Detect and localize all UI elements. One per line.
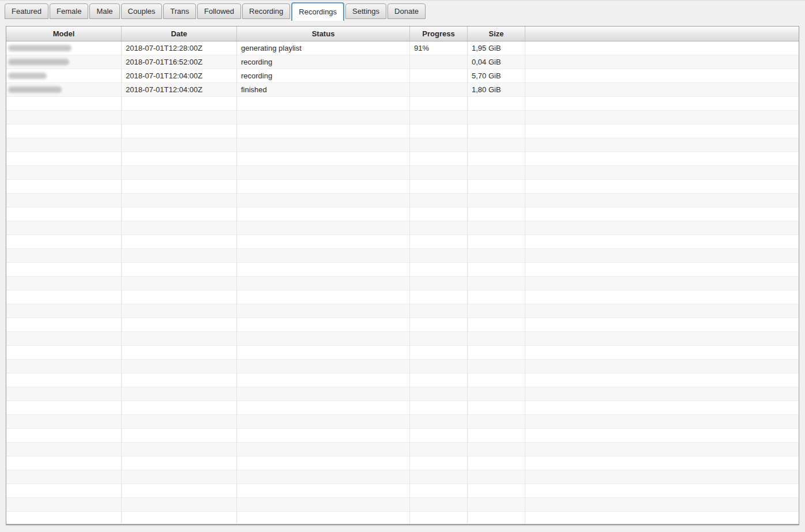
size-cell: 0,04 GiB: [468, 55, 525, 69]
column-header-progress[interactable]: Progress: [410, 27, 468, 41]
recordings-table: Model Date Status Progress Size 2018-07-…: [6, 26, 799, 525]
column-header-status[interactable]: Status: [237, 27, 410, 41]
empty-table-row: [6, 429, 799, 443]
tab-recording[interactable]: Recording: [242, 3, 290, 19]
column-header-model[interactable]: Model: [6, 27, 122, 41]
empty-table-row: [6, 401, 799, 415]
date-cell: 2018-07-01T12:04:00Z: [122, 83, 237, 96]
empty-table-row: [6, 235, 799, 249]
status-cell: generating playlist: [237, 41, 410, 55]
model-cell: [6, 83, 122, 96]
table-row[interactable]: 2018-07-01T12:04:00Z finished 1,80 GiB: [6, 83, 799, 97]
empty-table-row: [6, 443, 799, 456]
empty-table-row: [6, 277, 799, 290]
table-row[interactable]: 2018-07-01T12:04:00Z recording 5,70 GiB: [6, 69, 799, 83]
empty-table-row: [6, 456, 799, 470]
empty-table-row: [6, 124, 799, 138]
tab-female[interactable]: Female: [50, 3, 88, 19]
table-body: 2018-07-01T12:28:00Z generating playlist…: [6, 41, 799, 525]
empty-table-row: [6, 304, 799, 318]
empty-table-row: [6, 498, 799, 512]
tab-donate[interactable]: Donate: [388, 3, 426, 19]
tab-featured[interactable]: Featured: [5, 3, 48, 19]
model-cell: [6, 69, 122, 82]
model-cell: [6, 41, 122, 55]
column-header-date[interactable]: Date: [122, 27, 237, 41]
empty-table-row: [6, 470, 799, 484]
date-cell: 2018-07-01T16:52:00Z: [122, 55, 237, 69]
empty-table-row: [6, 221, 799, 235]
filler-cell: [525, 69, 799, 82]
table-row[interactable]: 2018-07-01T12:28:00Z generating playlist…: [6, 41, 799, 55]
progress-cell: 91%: [410, 41, 468, 55]
empty-table-row: [6, 346, 799, 360]
empty-table-row: [6, 415, 799, 429]
status-cell: recording: [237, 69, 410, 82]
empty-table-row: [6, 360, 799, 373]
empty-table-row: [6, 138, 799, 152]
column-header-filler: [525, 27, 799, 41]
empty-table-row: [6, 152, 799, 166]
redacted-model-name: [8, 73, 47, 79]
date-cell: 2018-07-01T12:04:00Z: [122, 69, 237, 82]
column-header-size[interactable]: Size: [468, 27, 525, 41]
empty-table-row: [6, 180, 799, 194]
empty-table-row: [6, 166, 799, 180]
status-cell: recording: [237, 55, 410, 69]
empty-table-row: [6, 512, 799, 525]
date-cell: 2018-07-01T12:28:00Z: [122, 41, 237, 55]
empty-table-row: [6, 263, 799, 277]
redacted-model-name: [8, 86, 62, 93]
progress-cell: [410, 69, 468, 82]
table-header-row: Model Date Status Progress Size: [6, 27, 799, 41]
empty-table-row: [6, 332, 799, 346]
tab-trans[interactable]: Trans: [163, 3, 196, 19]
model-cell: [6, 55, 122, 69]
tab-recordings[interactable]: Recordings: [291, 2, 344, 21]
status-cell: finished: [237, 83, 410, 96]
empty-table-row: [6, 387, 799, 401]
table-row[interactable]: 2018-07-01T16:52:00Z recording 0,04 GiB: [6, 55, 799, 69]
empty-table-row: [6, 318, 799, 332]
filler-cell: [525, 83, 799, 96]
filler-cell: [525, 41, 799, 55]
empty-table-row: [6, 373, 799, 387]
empty-table-row: [6, 484, 799, 498]
filler-cell: [525, 55, 799, 69]
redacted-model-name: [8, 59, 69, 65]
tab-followed[interactable]: Followed: [197, 3, 241, 19]
tab-settings[interactable]: Settings: [345, 3, 386, 19]
size-cell: 5,70 GiB: [468, 69, 525, 82]
redacted-model-name: [8, 45, 72, 51]
tab-bar: FeaturedFemaleMaleCouplesTransFollowedRe…: [0, 1, 805, 21]
empty-table-row: [6, 290, 799, 304]
size-cell: 1,80 GiB: [468, 83, 525, 96]
empty-table-row: [6, 194, 799, 207]
empty-table-row: [6, 249, 799, 263]
empty-table-row: [6, 207, 799, 221]
empty-table-row: [6, 111, 799, 124]
tab-male[interactable]: Male: [89, 3, 119, 19]
progress-cell: [410, 83, 468, 96]
empty-table-row: [6, 97, 799, 111]
progress-cell: [410, 55, 468, 69]
tab-couples[interactable]: Couples: [121, 3, 163, 19]
size-cell: 1,95 GiB: [468, 41, 525, 55]
